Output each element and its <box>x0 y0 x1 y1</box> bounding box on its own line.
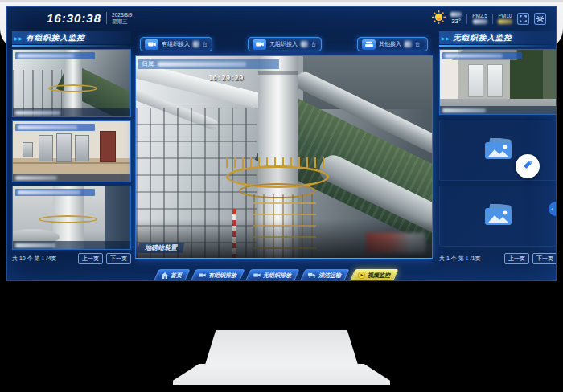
camera-icon <box>145 39 158 50</box>
image-placeholder-icon <box>485 204 512 229</box>
monitor-mockup: 16:30:38 2023/8/9 星期三 33° PM2.5 <box>0 0 563 392</box>
camera-feed-preview <box>440 50 557 114</box>
empty-camera-slot-2[interactable] <box>439 186 557 247</box>
double-arrow-icon: ▶▶ <box>442 35 450 41</box>
tab-unorganized-emissions[interactable]: 无组织排放 <box>245 269 299 281</box>
settings-button[interactable] <box>534 13 546 25</box>
prev-page-button[interactable]: 上一页 <box>504 253 529 264</box>
stat-chip-unorganized[interactable]: 无组织接入 台 <box>248 37 322 51</box>
current-page: 1 <box>466 255 469 261</box>
redacted-text <box>18 125 77 129</box>
camera-caption-overlay <box>440 106 557 114</box>
redacted-text <box>18 54 74 58</box>
camera-feed-preview <box>13 50 130 116</box>
page-count-text: 共 1 个 第 <box>439 255 464 261</box>
camera-icon <box>362 39 376 50</box>
camera-caption-overlay <box>13 174 130 182</box>
home-icon <box>162 272 168 280</box>
tab-video-monitoring[interactable]: 视频监控 <box>349 269 398 281</box>
dashboard-screen: 16:30:38 2023/8/9 星期三 33° PM2.5 <box>6 6 557 281</box>
tab-home[interactable]: 首页 <box>153 269 190 281</box>
location-label: 地磅站装置 <box>145 243 177 252</box>
redacted-value <box>405 41 412 47</box>
right-pagination: 共 1 个 第 1 /1页 上一页 下一页 <box>439 252 557 265</box>
floating-plugin-button[interactable] <box>516 154 540 178</box>
redacted-text <box>15 176 57 180</box>
redacted-text <box>498 19 512 24</box>
next-page-button[interactable]: 下一页 <box>106 253 131 264</box>
camera-icon <box>253 272 261 279</box>
total-pages-text: /4页 <box>46 255 56 261</box>
main-video-feed[interactable]: 归属: 16:29:29 地磅站装置 <box>135 55 433 259</box>
divider <box>466 14 467 24</box>
weather-bar: 33° PM2.5 PM10 <box>432 10 546 27</box>
monitor-stand-neck <box>205 330 358 365</box>
image-placeholder-icon <box>485 138 512 163</box>
current-time: 16:30:38 <box>47 11 101 25</box>
owner-label: 归属: <box>142 60 155 68</box>
camera-icon <box>253 39 266 50</box>
double-arrow-icon: ▶▶ <box>14 35 23 41</box>
tab-label: 清洁运输 <box>318 272 341 280</box>
temperature: 33° <box>451 18 461 25</box>
camera-thumbnail-2[interactable] <box>12 120 131 182</box>
stat-label: 无组织接入 <box>269 40 298 48</box>
tab-label: 首页 <box>171 272 182 280</box>
camera-thumbnail-1[interactable] <box>12 49 131 117</box>
redacted-text <box>15 243 55 247</box>
camera-name-overlay <box>15 189 95 196</box>
redacted-text <box>18 190 80 194</box>
camera-thumbnail-3[interactable] <box>12 186 131 250</box>
chevron-left-icon: ‹ <box>551 206 553 213</box>
right-panel-header: ▶▶ 无组织接入监控 <box>439 31 557 44</box>
date-block: 2023/8/9 星期三 <box>106 12 132 24</box>
tab-clean-transport[interactable]: 清洁运输 <box>299 269 349 281</box>
redacted-value <box>301 41 308 47</box>
redacted-text <box>442 108 486 112</box>
video-timestamp: 16:29:29 <box>208 74 243 82</box>
monitor-stand-base <box>173 364 390 385</box>
page-count-text: 共 10 个 第 <box>12 255 40 261</box>
header-underline <box>12 45 131 47</box>
video-location-overlay: 地磅站装置 <box>138 243 185 253</box>
video-owner-overlay: 归属: <box>138 59 279 69</box>
page-info: 共 1 个 第 1 /1页 <box>439 255 480 263</box>
weather-condition: 33° <box>450 12 462 25</box>
pm10-label: PM10 <box>499 13 512 18</box>
right-panel-title: 无组织接入监控 <box>453 33 512 43</box>
stat-label: 有组织接入 <box>162 40 190 48</box>
next-page-button[interactable]: 下一页 <box>532 253 557 264</box>
prev-page-button[interactable]: 上一页 <box>78 253 103 264</box>
left-panel-title: 有组织接入监控 <box>26 33 85 43</box>
header-underline <box>439 45 557 47</box>
camera-thumbnail-right[interactable] <box>439 49 557 115</box>
camera-caption-overlay <box>13 241 130 249</box>
pm25-readout: PM2.5 <box>472 13 487 24</box>
empty-camera-slot-1[interactable] <box>439 120 557 181</box>
tab-label: 视频监控 <box>368 272 390 280</box>
divider <box>492 14 493 24</box>
redacted-text <box>445 54 503 58</box>
play-circle-icon <box>358 272 365 280</box>
scene-stack-band <box>258 71 298 75</box>
camera-icon <box>199 272 206 279</box>
stat-unit: 台 <box>311 41 317 48</box>
fullscreen-button[interactable] <box>517 13 529 25</box>
current-page: 1 <box>42 255 45 261</box>
sun-icon <box>432 10 446 27</box>
tab-label: 有组织排放 <box>208 272 236 280</box>
stat-unit: 台 <box>415 41 421 48</box>
stat-unit: 台 <box>203 41 208 48</box>
clock-block: 16:30:38 2023/8/9 星期三 <box>47 11 132 25</box>
tab-organized-emissions[interactable]: 有组织排放 <box>190 269 245 281</box>
current-date: 2023/8/9 <box>112 12 132 18</box>
page-info: 共 10 个 第 1 /4页 <box>12 255 56 263</box>
camera-name-overlay <box>15 124 95 131</box>
stat-chip-organized[interactable]: 有组织接入 台 <box>140 37 212 51</box>
redacted-text <box>15 111 60 115</box>
tab-label: 无组织排放 <box>263 272 291 280</box>
left-panel-header: ▶▶ 有组织接入监控 <box>12 31 131 44</box>
redacted-text <box>158 62 246 67</box>
pm25-label: PM2.5 <box>472 13 487 18</box>
stat-chip-other[interactable]: 其他接入 台 <box>357 37 428 51</box>
